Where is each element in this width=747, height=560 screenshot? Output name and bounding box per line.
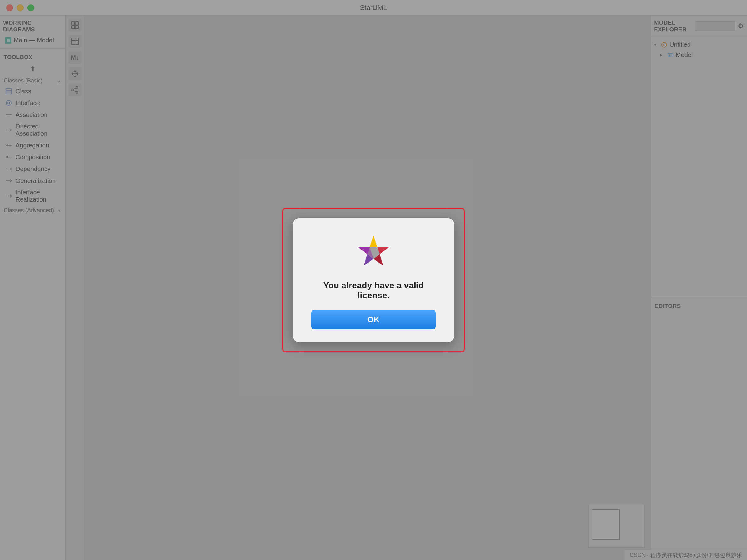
dialog-highlight-box: You already have a valid license. OK [282,208,465,352]
dialog-message: You already have a valid license. [308,281,439,300]
license-dialog: You already have a valid license. OK [292,218,455,342]
staruml-logo [355,234,392,271]
ok-button[interactable]: OK [311,310,436,329]
dialog-overlay[interactable]: You already have a valid license. OK [0,0,747,560]
svg-marker-35 [370,236,377,247]
